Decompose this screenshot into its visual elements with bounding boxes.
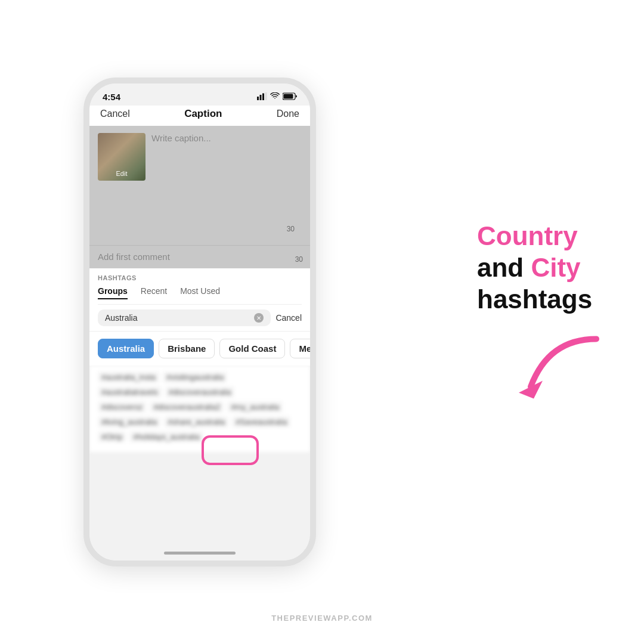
comment-char-count: 30: [295, 255, 303, 264]
caption-placeholder: Write caption...: [151, 132, 211, 143]
tab-recent[interactable]: Recent: [141, 286, 167, 299]
hashtag-row: #living_australia #share_australia #Save…: [98, 416, 302, 428]
status-time: 4:54: [103, 92, 120, 102]
hashtag-item: #discoveraustralia2: [150, 401, 224, 413]
status-bar: 4:54: [89, 83, 310, 106]
hashtag-row: #Otrip #holidays_australia: [98, 431, 302, 442]
home-bar: [164, 552, 236, 555]
annotation-text: Country and City hashtags: [477, 221, 592, 315]
photo-thumbnail[interactable]: Edit: [98, 133, 145, 181]
phone-mockup: 4:54 Cancel Caption Done: [83, 78, 316, 566]
footer-text: THEPREVIEWAPP.COM: [271, 614, 373, 623]
cancel-button[interactable]: Cancel: [100, 109, 130, 119]
search-clear-icon[interactable]: ✕: [254, 313, 264, 323]
arrow-icon: [513, 333, 608, 405]
annotation-hashtags: hashtags: [477, 284, 592, 314]
svg-rect-0: [257, 97, 259, 100]
hashtag-row: #discoveroz #discoveraustralia2 #my_aust…: [98, 401, 302, 413]
hashtag-item: #discoveroz: [98, 401, 146, 413]
hashtag-row: #australia_insta #visitingaustralia: [98, 371, 302, 383]
hashtag-item: #Saveaustralia: [232, 416, 290, 428]
search-value: Australia: [105, 313, 137, 323]
wifi-icon: [270, 92, 280, 101]
phone-screen: 4:54 Cancel Caption Done: [89, 83, 310, 561]
search-bar: Australia ✕ Cancel: [89, 305, 310, 332]
search-input[interactable]: Australia ✕: [98, 309, 271, 326]
hashtag-item: #australia_insta: [98, 371, 159, 383]
hashtag-item: #share_australia: [164, 416, 228, 428]
svg-rect-1: [260, 95, 262, 100]
svg-rect-5: [284, 94, 293, 98]
chip-australia[interactable]: Australia: [98, 339, 154, 358]
annotation-and: and: [477, 253, 531, 282]
hashtags-tabs: Groups Recent Most Used: [98, 286, 302, 305]
comment-placeholder: Add first comment: [98, 252, 170, 262]
hashtag-item: #australiatravels: [98, 386, 162, 398]
nav-bar: Cancel Caption Done: [89, 106, 310, 126]
signal-icon: [257, 92, 267, 102]
tag-chips-row: Australia Brisbane Gold Coast Melbourne: [89, 332, 310, 366]
hashtag-item: #Otrip: [98, 431, 126, 442]
done-button[interactable]: Done: [277, 109, 299, 119]
hashtags-section: HASHTAGS Groups Recent Most Used: [89, 268, 310, 305]
svg-rect-2: [262, 93, 264, 100]
annotation-country: Country: [477, 221, 578, 250]
photo-edit-label[interactable]: Edit: [116, 170, 128, 177]
hashtag-item: #holidays_australia: [129, 431, 203, 442]
hashtag-row: #australiatravels #discoveraustralia: [98, 386, 302, 398]
canvas: 4:54 Cancel Caption Done: [0, 0, 644, 644]
status-icons: [257, 92, 297, 102]
battery-icon: [283, 92, 297, 102]
caption-area[interactable]: Edit Write caption... 30: [89, 126, 310, 245]
tab-most-used[interactable]: Most Used: [180, 286, 220, 299]
hashtag-item: #living_australia: [98, 416, 160, 428]
caption-title: Caption: [184, 108, 222, 120]
hashtag-item: #visitingaustralia: [163, 371, 227, 383]
svg-rect-3: [265, 92, 267, 100]
chip-brisbane[interactable]: Brisbane: [159, 339, 215, 358]
hashtag-results: #australia_insta #visitingaustralia #aus…: [89, 366, 310, 452]
chip-gold-coast[interactable]: Gold Coast: [219, 339, 285, 358]
comment-area[interactable]: Add first comment 30: [89, 245, 310, 268]
tab-groups[interactable]: Groups: [98, 286, 128, 299]
hashtags-label: HASHTAGS: [98, 274, 302, 281]
search-cancel-button[interactable]: Cancel: [275, 313, 302, 323]
caption-char-count: 30: [287, 225, 295, 233]
annotation-city: City: [531, 253, 580, 282]
hashtag-item: #my_australia: [227, 401, 283, 413]
hashtag-item: #discoveraustralia: [165, 386, 235, 398]
annotation-panel: Country and City hashtags: [477, 221, 608, 404]
chip-melbourne[interactable]: Melbourne: [290, 339, 310, 358]
